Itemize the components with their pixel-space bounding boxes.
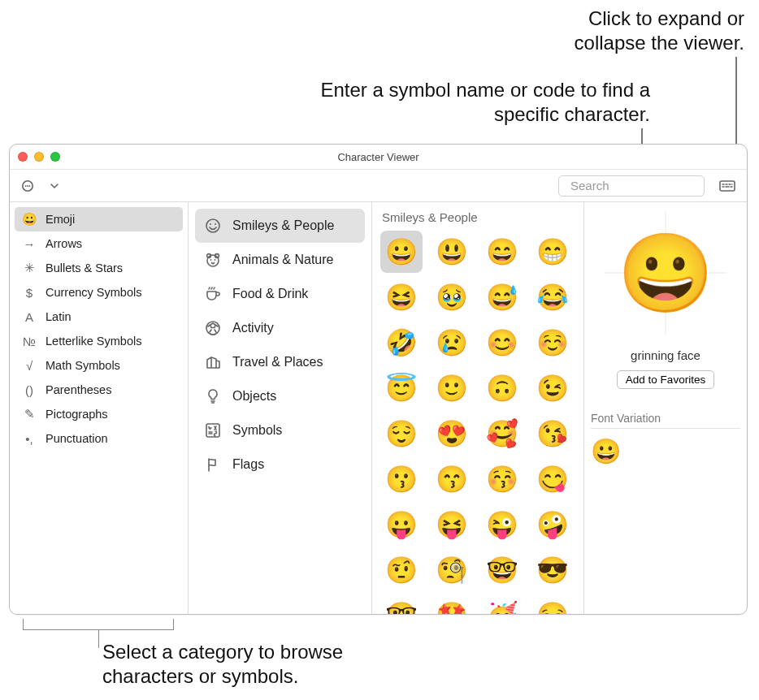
emoji-cell[interactable]: 🤩	[431, 594, 473, 614]
sidebar-item-label: Arrows	[46, 237, 82, 250]
emoji-cell[interactable]: 🧐	[431, 549, 473, 591]
svg-point-11	[207, 255, 219, 266]
sidebar-item-punctuation[interactable]: •,Punctuation	[15, 426, 183, 451]
chevron-down-icon	[50, 181, 59, 191]
sidebar-item-emoji[interactable]: 😀Emoji	[15, 207, 183, 231]
subcategory-item-label: Smileys & People	[232, 218, 334, 233]
subcategory-item-label: Symbols	[232, 423, 282, 438]
buildings-icon	[203, 352, 223, 372]
emoji-cell[interactable]: 😋	[531, 458, 574, 500]
subcategory-item-flags[interactable]: Flags	[195, 447, 365, 482]
emoji-cell[interactable]: ☺️	[531, 322, 574, 364]
callout-expand-text: Click to expand or collapse the viewer.	[575, 7, 744, 54]
subcategory-item-symbols[interactable]: Symbols	[195, 413, 365, 447]
emoji-cell[interactable]: 😉	[531, 367, 574, 409]
sidebar-item-label: Pictographs	[46, 408, 108, 421]
subcategory-item-label: Objects	[232, 389, 276, 404]
subcategory-item-objects[interactable]: Objects	[195, 379, 365, 413]
emoji-cell[interactable]: 😃	[431, 231, 473, 273]
sidebar-item-parentheses[interactable]: ()Parentheses	[15, 378, 183, 402]
emoji-cell[interactable]: 🥹	[431, 276, 473, 318]
emoji-cell[interactable]: 😛	[380, 503, 423, 546]
emoji-cell[interactable]: 😝	[431, 503, 473, 546]
smiley-face-icon	[203, 216, 223, 235]
emoji-cell[interactable]: 😍	[431, 413, 473, 455]
detail-panel: 😀 grinning face Add to Favorites Font Va…	[584, 202, 747, 614]
sidebar-item-pictographs[interactable]: ✎Pictographs	[15, 402, 183, 426]
emoji-cell[interactable]: 😚	[481, 458, 523, 500]
svg-rect-5	[720, 181, 735, 191]
sidebar-item-currency-symbols[interactable]: $Currency Symbols	[15, 280, 183, 305]
toolbar-dropdown-button[interactable]	[47, 176, 62, 196]
sidebar-item-label: Parentheses	[46, 383, 111, 396]
callout-search: Enter a symbol name or code to find a sp…	[301, 78, 650, 127]
emoji-cell[interactable]: 😁	[531, 231, 574, 273]
emoji-cell[interactable]: 😢	[431, 322, 473, 364]
emoji-cell[interactable]: 🤓	[380, 594, 423, 614]
subcategory-item-activity[interactable]: Activity	[195, 311, 365, 345]
sidebar-item-arrows[interactable]: →Arrows	[15, 231, 183, 256]
emoji-cell[interactable]: 🥳	[481, 594, 523, 614]
emoji-cell[interactable]: 😄	[481, 231, 523, 273]
window-titlebar: Character Viewer	[10, 145, 747, 169]
sidebar-item-letterlike-symbols[interactable]: №Letterlike Symbols	[15, 329, 183, 353]
emoji-cell[interactable]: 😆	[380, 276, 423, 318]
emoji-cell[interactable]: 🤨	[380, 549, 423, 591]
emoji-cell[interactable]: 😘	[531, 413, 574, 455]
emoji-cell[interactable]: 🙂	[431, 367, 473, 409]
add-to-favorites-button[interactable]: Add to Favorites	[617, 370, 714, 389]
emoji-cell[interactable]: 😅	[481, 276, 523, 318]
emoji-cell[interactable]: 😀	[380, 231, 423, 273]
emoji-cell[interactable]: 😜	[481, 503, 523, 546]
sidebar-item-math-symbols[interactable]: √Math Symbols	[15, 353, 183, 378]
window-close-button[interactable]	[18, 152, 28, 162]
emoji-cell[interactable]: 😊	[481, 322, 523, 364]
window-zoom-button[interactable]	[50, 152, 60, 162]
emoji-cell[interactable]: 😗	[380, 458, 423, 500]
emoji-cell[interactable]: 🤪	[531, 503, 574, 546]
character-preview-glyph: 😀	[618, 235, 714, 312]
subcategory-item-travel-places[interactable]: Travel & Places	[195, 345, 365, 379]
sidebar-item-bullets-stars[interactable]: ✳︎Bullets & Stars	[15, 256, 183, 280]
callout-category-text: Select a category to browse characters o…	[102, 641, 343, 687]
sidebar-item-icon: ✳︎	[21, 261, 37, 275]
sidebar-item-label: Math Symbols	[46, 359, 120, 372]
emoji-cell[interactable]: 😙	[431, 458, 473, 500]
svg-point-2	[27, 185, 28, 187]
search-input[interactable]	[570, 179, 725, 192]
callout-category-stem	[98, 630, 99, 648]
font-variation-glyph[interactable]: 😀	[591, 437, 621, 465]
character-preview: 😀	[605, 212, 726, 334]
callout-search-text: Enter a symbol name or code to find a sp…	[320, 79, 650, 125]
svg-point-7	[210, 223, 211, 225]
toolbar	[10, 169, 747, 201]
toggle-viewer-button[interactable]	[716, 176, 739, 196]
subcategory-list: Smileys & PeopleAnimals & NatureFood & D…	[189, 202, 372, 614]
emoji-cell[interactable]: 🙃	[481, 367, 523, 409]
emoji-cell[interactable]: 🤣	[380, 322, 423, 364]
emoji-cell[interactable]: 😏	[531, 594, 574, 614]
subcategory-item-smileys-people[interactable]: Smileys & People	[195, 209, 365, 243]
toolbar-action-menu[interactable]	[18, 176, 41, 196]
sidebar-item-label: Bullets & Stars	[46, 261, 123, 274]
search-field[interactable]	[558, 175, 705, 197]
sidebar-item-icon: 😀	[21, 212, 37, 227]
emoji-cell[interactable]: 😎	[531, 549, 574, 591]
svg-point-6	[206, 219, 219, 232]
subcategory-item-label: Flags	[232, 457, 264, 472]
emoji-cell[interactable]: 🤓	[481, 549, 523, 591]
emoji-cell[interactable]: 😇	[380, 367, 423, 409]
sidebar-item-latin[interactable]: ALatin	[15, 305, 183, 329]
sidebar-item-label: Latin	[46, 310, 71, 323]
subcategory-item-animals-nature[interactable]: Animals & Nature	[195, 243, 365, 277]
subcategory-item-food-drink[interactable]: Food & Drink	[195, 277, 365, 311]
emoji-cell[interactable]: 😌	[380, 413, 423, 455]
bear-icon	[203, 250, 223, 270]
emoji-cell[interactable]: 😂	[531, 276, 574, 318]
sidebar-item-icon: A	[21, 310, 37, 324]
svg-point-13	[215, 259, 216, 261]
emoji-cell[interactable]: 🥰	[481, 413, 523, 455]
sidebar-item-label: Currency Symbols	[46, 286, 141, 299]
window-minimize-button[interactable]	[34, 152, 44, 162]
sidebar-item-label: Letterlike Symbols	[46, 335, 141, 348]
